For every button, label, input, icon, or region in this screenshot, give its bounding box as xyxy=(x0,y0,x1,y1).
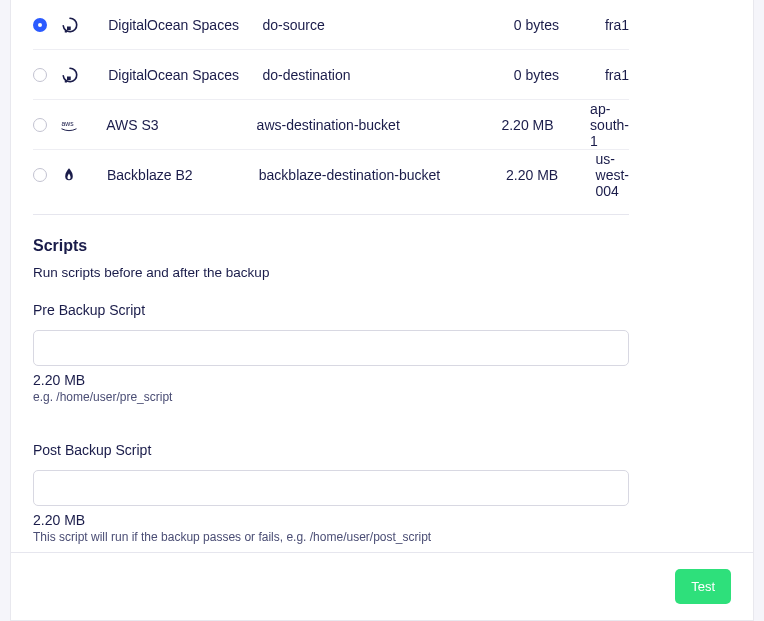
bucket-region: fra1 xyxy=(605,17,629,33)
svg-text:aws: aws xyxy=(61,119,74,126)
bucket-radio[interactable] xyxy=(33,18,47,32)
post-script-label: Post Backup Script xyxy=(33,442,629,458)
bucket-size: 2.20 MB xyxy=(506,167,596,183)
digitalocean-icon xyxy=(61,16,108,34)
provider-label: Backblaze B2 xyxy=(107,167,259,183)
svg-rect-1 xyxy=(64,30,66,32)
bucket-size: 0 bytes xyxy=(514,17,605,33)
backblaze-icon xyxy=(60,166,107,184)
test-button[interactable]: Test xyxy=(675,569,731,604)
pre-script-hint: e.g. /home/user/pre_script xyxy=(33,390,629,404)
divider xyxy=(33,214,629,215)
provider-label: DigitalOcean Spaces xyxy=(108,67,262,83)
post-script-size: 2.20 MB xyxy=(33,512,629,528)
table-row[interactable]: awsAWS S3aws-destination-bucket2.20 MBap… xyxy=(33,100,629,150)
bucket-region: us-west-004 xyxy=(596,151,629,199)
bucket-radio[interactable] xyxy=(33,68,47,82)
bucket-size: 2.20 MB xyxy=(501,117,590,133)
bucket-region: ap-south-1 xyxy=(590,101,629,149)
provider-label: DigitalOcean Spaces xyxy=(108,17,262,33)
post-script-input[interactable] xyxy=(33,470,629,506)
bucket-name: backblaze-destination-bucket xyxy=(259,167,506,183)
table-row[interactable]: Backblaze B2backblaze-destination-bucket… xyxy=(33,150,629,200)
panel: DigitalOcean Spacesdo-source0 bytesfra1D… xyxy=(10,0,754,621)
bucket-name: aws-destination-bucket xyxy=(257,117,502,133)
pre-script-size: 2.20 MB xyxy=(33,372,629,388)
digitalocean-icon xyxy=(61,66,108,84)
pre-script-label: Pre Backup Script xyxy=(33,302,629,318)
bucket-name: do-destination xyxy=(263,67,514,83)
bucket-radio[interactable] xyxy=(33,118,47,132)
bucket-name: do-source xyxy=(263,17,514,33)
pre-script-input[interactable] xyxy=(33,330,629,366)
scripts-title: Scripts xyxy=(33,237,629,255)
scripts-section: Scripts Run scripts before and after the… xyxy=(33,237,629,544)
post-script-hint: This script will run if the backup passe… xyxy=(33,530,629,544)
svg-rect-2 xyxy=(67,76,71,80)
provider-label: AWS S3 xyxy=(106,117,256,133)
bucket-table: DigitalOcean Spacesdo-source0 bytesfra1D… xyxy=(33,0,629,200)
svg-rect-3 xyxy=(64,80,66,82)
bucket-radio[interactable] xyxy=(33,168,47,182)
aws-icon: aws xyxy=(60,116,106,134)
scripts-subtitle: Run scripts before and after the backup xyxy=(33,265,629,280)
svg-rect-0 xyxy=(67,26,71,30)
table-row[interactable]: DigitalOcean Spacesdo-source0 bytesfra1 xyxy=(33,0,629,50)
bucket-size: 0 bytes xyxy=(514,67,605,83)
content-area: DigitalOcean Spacesdo-source0 bytesfra1D… xyxy=(11,0,651,544)
bucket-region: fra1 xyxy=(605,67,629,83)
table-row[interactable]: DigitalOcean Spacesdo-destination0 bytes… xyxy=(33,50,629,100)
footer: Test xyxy=(11,552,753,620)
